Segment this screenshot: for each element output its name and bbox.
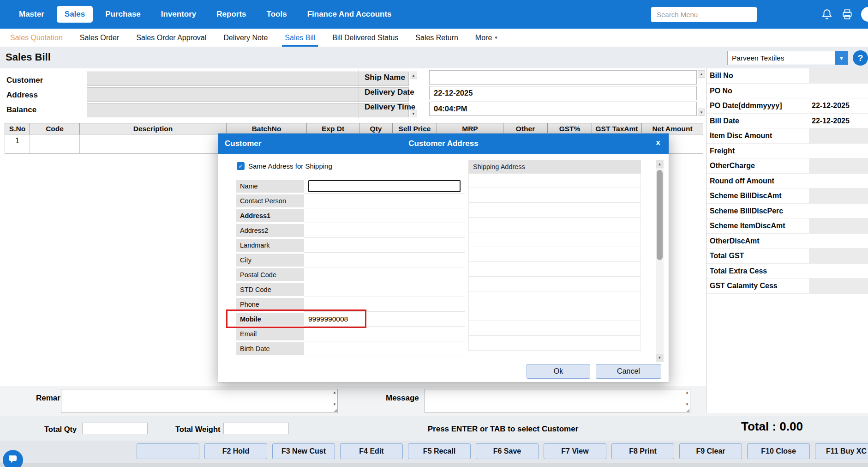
f4-edit-button[interactable]: F4 Edit [340, 443, 403, 459]
tab-bill-delivered-status[interactable]: Bill Delivered Status [332, 29, 398, 47]
summary-value-cell[interactable] [809, 68, 868, 83]
cancel-button[interactable]: Cancel [596, 364, 661, 379]
scroll-down-icon[interactable]: ▼ [685, 403, 689, 406]
address2-input[interactable] [304, 223, 465, 238]
scroll-up-icon[interactable]: ▲ [656, 160, 664, 168]
std-code-input[interactable] [304, 282, 465, 297]
help-icon[interactable]: ? [853, 50, 868, 66]
shipping-field-input[interactable] [468, 247, 641, 262]
company-selector[interactable]: Parveen Textiles ▼ [727, 51, 848, 65]
remarks-textarea[interactable]: ▲ ▼ ◢ [61, 389, 338, 413]
menu-item-master[interactable]: Master [11, 6, 52, 23]
tab-sales-quotation[interactable]: Sales Quotation [10, 29, 63, 47]
summary-value-cell[interactable] [809, 158, 868, 173]
user-avatar[interactable] [861, 7, 868, 22]
phone-input[interactable] [304, 297, 465, 312]
shipping-field-input[interactable] [468, 321, 641, 336]
summary-value-cell[interactable] [809, 84, 868, 98]
landmark-input[interactable] [304, 238, 465, 253]
total-qty-input[interactable] [82, 423, 148, 434]
scroll-up-icon[interactable]: ▲ [333, 391, 336, 394]
menu-item-inventory[interactable]: Inventory [153, 6, 204, 23]
tab-delivery-note[interactable]: Delivery Note [223, 29, 268, 47]
postal-code-input[interactable] [304, 267, 465, 282]
code-cell[interactable] [30, 134, 80, 153]
printer-icon[interactable] [841, 8, 854, 21]
shipping-field-input[interactable] [468, 291, 641, 306]
customer-input[interactable] [87, 72, 409, 86]
f1-button[interactable] [137, 443, 199, 459]
address1-input[interactable] [304, 208, 465, 223]
summary-value-cell[interactable] [809, 204, 868, 218]
same-address-checkbox[interactable]: ✓ [237, 162, 245, 170]
summary-value-cell[interactable]: 22-12-2025 [809, 98, 868, 113]
resize-grip-icon[interactable]: ◢ [334, 408, 337, 412]
balance-input[interactable] [87, 103, 409, 117]
scroll-up-icon[interactable]: ▲ [698, 70, 705, 78]
total-weight-input[interactable] [223, 423, 289, 434]
resize-grip-icon[interactable]: ◢ [686, 408, 689, 412]
description-cell[interactable] [80, 134, 227, 153]
tab-sales-bill[interactable]: Sales Bill [285, 29, 315, 47]
name-input[interactable] [308, 180, 461, 192]
modal-scrollbar[interactable]: ▲ ▼ [656, 160, 664, 362]
bell-icon[interactable] [820, 8, 833, 21]
shipping-field-input[interactable] [468, 203, 641, 218]
shipping-field-input[interactable] [468, 262, 641, 277]
summary-value-cell[interactable] [809, 249, 868, 263]
f3-new-cust-button[interactable]: F3 New Cust [272, 443, 335, 459]
summary-value-cell[interactable] [809, 264, 868, 279]
shipping-field-input[interactable] [468, 188, 641, 203]
shipping-field-input[interactable] [468, 173, 641, 188]
birth-date-input[interactable] [304, 341, 465, 356]
delivery-date-input[interactable]: 22-12-2025 [429, 86, 697, 100]
summary-value-cell[interactable] [809, 144, 868, 158]
summary-value-cell[interactable] [809, 279, 868, 293]
f9-clear-button[interactable]: F9 Clear [679, 443, 742, 459]
menu-item-purchase[interactable]: Purchase [97, 6, 149, 23]
contact-person-input[interactable] [304, 194, 465, 208]
search-menu-input[interactable] [651, 7, 757, 22]
summary-value-cell[interactable] [809, 128, 868, 143]
shipping-field-input[interactable] [468, 218, 641, 232]
f2-hold-button[interactable]: F2 Hold [204, 443, 267, 459]
city-input[interactable] [304, 253, 465, 267]
scroll-up-icon[interactable]: ▲ [685, 391, 689, 394]
f8-print-button[interactable]: F8 Print [611, 443, 674, 459]
shipping-field-input[interactable] [468, 232, 641, 247]
shipping-field-input[interactable] [468, 306, 641, 321]
summary-value-cell[interactable] [809, 174, 868, 188]
ok-button[interactable]: Ok [527, 364, 590, 379]
dropdown-arrow-icon[interactable]: ▼ [835, 51, 848, 65]
ship-name-input[interactable] [429, 70, 697, 85]
f6-save-button[interactable]: F6 Save [476, 443, 539, 459]
tab-more[interactable]: More▾ [475, 29, 497, 47]
tab-sales-order[interactable]: Sales Order [80, 29, 119, 47]
f5-recall-button[interactable]: F5 Recall [408, 443, 471, 459]
scroll-down-icon[interactable]: ▼ [656, 354, 664, 362]
f11-buy-xc-button[interactable]: F11 Buy XC [815, 443, 868, 459]
shipping-field-input[interactable] [468, 277, 641, 291]
email-input[interactable] [304, 327, 465, 341]
message-textarea[interactable]: ▲ ▼ ◢ [425, 389, 690, 413]
scroll-down-icon[interactable]: ▼ [333, 403, 336, 406]
summary-value-cell[interactable]: 22-12-2025 [809, 114, 868, 128]
menu-item-reports[interactable]: Reports [209, 6, 254, 23]
summary-value-cell[interactable] [809, 188, 868, 203]
tab-sales-return[interactable]: Sales Return [415, 29, 458, 47]
scroll-up-icon[interactable]: ▲ [410, 72, 417, 79]
shipping-field-input[interactable] [468, 336, 641, 351]
delivery-time-input[interactable]: 04:04:PM [429, 102, 697, 116]
mobile-input[interactable]: 9999990008 [304, 312, 465, 327]
menu-item-tools[interactable]: Tools [259, 6, 295, 23]
f7-view-button[interactable]: F7 View [544, 443, 606, 459]
tab-sales-order-approval[interactable]: Sales Order Approval [136, 29, 206, 47]
menu-item-finance-and-accounts[interactable]: Finance And Accounts [299, 6, 400, 23]
address-input[interactable] [87, 87, 409, 102]
chat-fab[interactable] [3, 450, 23, 467]
scroll-down-icon[interactable]: ▼ [698, 109, 705, 116]
summary-value-cell[interactable] [809, 218, 868, 233]
menu-item-sales[interactable]: Sales [57, 6, 93, 23]
f10-close-button[interactable]: F10 Close [747, 443, 810, 459]
close-icon[interactable]: x [656, 138, 660, 147]
